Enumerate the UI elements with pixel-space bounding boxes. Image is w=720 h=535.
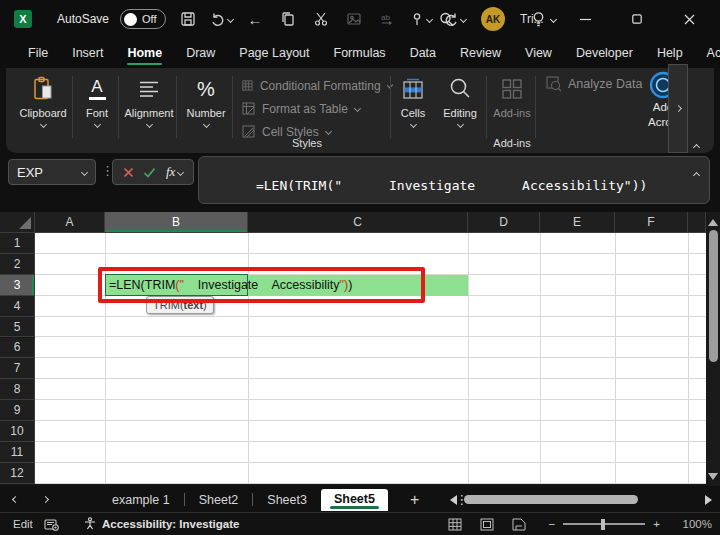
column-header-a[interactable]: A (35, 212, 105, 233)
tab-developer[interactable]: Developer (564, 41, 645, 65)
row-header-5[interactable]: 5 (0, 317, 35, 338)
close-button[interactable] (676, 6, 702, 32)
row-header-11[interactable]: 11 (0, 442, 35, 463)
editing-icon (448, 74, 472, 104)
zoom-slider[interactable] (563, 523, 645, 525)
horizontal-scroll-thumb[interactable] (464, 495, 638, 504)
sheet-tab-sheet2[interactable]: Sheet2 (185, 490, 253, 510)
add-sheet-button[interactable]: + (388, 491, 441, 509)
touch-mode-button[interactable] (409, 11, 432, 27)
column-header-e[interactable]: E (540, 212, 615, 233)
undo-dropdown-icon[interactable] (227, 15, 234, 22)
vertical-scrollbar[interactable] (706, 212, 720, 486)
column-header-d[interactable]: D (468, 212, 540, 233)
minimize-button[interactable] (572, 6, 598, 32)
column-header-partial[interactable] (688, 212, 706, 233)
row-header-6[interactable]: 6 (0, 338, 35, 359)
row-header-10[interactable]: 10 (0, 421, 35, 442)
back-icon[interactable]: ← (244, 8, 266, 30)
styles-group: Conditional Formatting Format as Table C… (242, 74, 392, 143)
cells-group-button[interactable]: Cells (392, 74, 434, 127)
zoom-level[interactable]: 100% (668, 518, 712, 530)
scroll-down-icon[interactable] (708, 473, 718, 480)
page-layout-view-icon[interactable] (471, 518, 503, 531)
sheet-nav-right-icon[interactable] (30, 497, 60, 502)
column-header-f[interactable]: F (615, 212, 688, 233)
svg-text:ab: ab (381, 13, 390, 22)
column-header-b[interactable]: B (105, 212, 248, 233)
tab-draw[interactable]: Draw (174, 41, 227, 65)
insert-function-button[interactable]: fx (166, 164, 183, 180)
sheet-tab-sheet3[interactable]: Sheet3 (253, 490, 321, 510)
tab-help[interactable]: Help (645, 41, 695, 65)
active-cell-b3[interactable]: =LEN(TRIM(" Investigate Accessibility")) (105, 275, 468, 296)
row-header-12[interactable]: 12 (0, 463, 35, 484)
gridline (468, 233, 469, 484)
accessibility-status[interactable]: Accessibility: Investigate (83, 517, 239, 531)
copy-icon[interactable] (277, 8, 299, 30)
sheet-nav-left-icon[interactable] (0, 497, 30, 502)
tab-home[interactable]: Home (115, 41, 174, 65)
editing-group-button[interactable]: Editing (436, 74, 484, 127)
search-icon[interactable] (438, 11, 455, 28)
tab-view[interactable]: View (513, 41, 564, 65)
tab-data[interactable]: Data (398, 41, 448, 65)
cancel-icon[interactable] (123, 167, 134, 178)
name-box[interactable]: EXP (8, 159, 96, 185)
column-header-c[interactable]: C (248, 212, 468, 233)
row-header-9[interactable]: 9 (0, 400, 35, 421)
sheet-tab-sheet5[interactable]: Sheet5 (321, 489, 388, 511)
formula-input[interactable]: =LEN(TRIM(" Investigate Accessibility")) (198, 156, 710, 204)
name-box-dropdown-icon[interactable] (81, 168, 88, 175)
sheet-tab-example1[interactable]: example 1 (98, 490, 184, 510)
row-header-8[interactable]: 8 (0, 379, 35, 400)
font-group-button[interactable]: A Font (76, 74, 118, 127)
vertical-scroll-thumb[interactable] (709, 230, 718, 362)
macro-record-icon[interactable] (44, 518, 59, 531)
format-as-table-button[interactable]: Format as Table (242, 97, 392, 120)
tab-insert[interactable]: Insert (60, 41, 115, 65)
scroll-right-icon[interactable] (705, 495, 712, 505)
tab-file[interactable]: File (16, 41, 60, 65)
tab-acrobat[interactable]: Acrobat (695, 41, 720, 65)
cells-area[interactable]: =LEN(TRIM(" Investigate Accessibility")) (35, 233, 706, 484)
row-header-7[interactable]: 7 (0, 358, 35, 379)
zoom-slider-thumb[interactable] (601, 519, 605, 530)
row-header-1[interactable]: 1 (0, 233, 35, 254)
avatar[interactable]: AK (481, 7, 505, 31)
percent-icon: % (197, 74, 215, 104)
autosave-toggle[interactable]: Off (120, 9, 166, 29)
touch-mode-dropdown-icon[interactable] (426, 15, 433, 22)
maximize-button[interactable] (624, 6, 650, 32)
zoom-in-button[interactable]: + (653, 518, 660, 530)
enter-icon[interactable] (143, 167, 156, 178)
undo-button[interactable] (210, 11, 233, 27)
excel-logo-icon[interactable]: X (14, 10, 32, 28)
conditional-formatting-button[interactable]: Conditional Formatting (242, 74, 392, 97)
horizontal-scrollbar[interactable] (450, 493, 712, 506)
cut-icon[interactable] (310, 8, 332, 30)
page-break-view-icon[interactable] (503, 518, 535, 531)
save-icon[interactable] (177, 8, 199, 30)
font-icon: A (89, 74, 106, 104)
lightbulb-icon[interactable] (531, 11, 546, 28)
ribbon-overflow-strip[interactable] (668, 64, 688, 153)
row-header-3[interactable]: 3 (0, 275, 35, 296)
row-header-4[interactable]: 4 (0, 296, 35, 317)
scroll-left-icon[interactable] (450, 495, 457, 505)
row-header-2[interactable]: 2 (0, 254, 35, 275)
zoom-out-button[interactable]: − (549, 518, 556, 530)
autosave-state: Off (142, 13, 156, 25)
tab-formulas[interactable]: Formulas (322, 41, 398, 65)
select-all-corner[interactable] (0, 212, 35, 233)
clipboard-group-button[interactable]: Clipboard (14, 74, 72, 127)
scroll-up-icon[interactable] (708, 219, 718, 226)
number-group-button[interactable]: % Number (180, 74, 232, 127)
tab-page-layout[interactable]: Page Layout (227, 41, 321, 65)
gridline (540, 233, 541, 484)
normal-view-icon[interactable] (439, 518, 471, 531)
alignment-group-button[interactable]: Alignment (122, 74, 176, 127)
formula-bar-collapse-icon[interactable] (694, 166, 699, 181)
ribbon-collapse-button[interactable] (694, 136, 699, 154)
tab-review[interactable]: Review (448, 41, 513, 65)
